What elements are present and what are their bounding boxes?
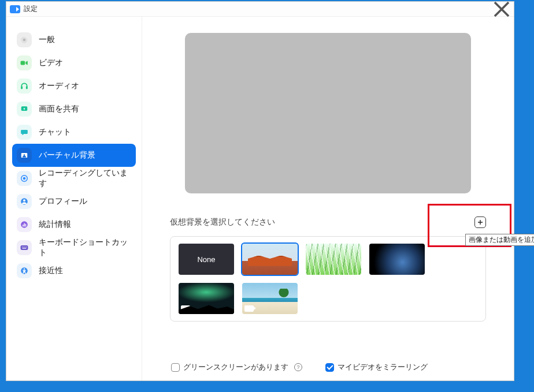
sidebar-item-recording[interactable]: レコーディングしています [6, 167, 142, 190]
chat-icon [17, 125, 32, 140]
add-background-button[interactable] [474, 216, 486, 228]
sidebar-item-statistics[interactable]: 統計情報 [6, 213, 142, 236]
svg-point-8 [23, 177, 26, 180]
sidebar-item-share[interactable]: 画面を共有 [6, 98, 142, 121]
sidebar-item-label: プロフィール [39, 196, 87, 207]
share-screen-icon [17, 102, 32, 117]
titlebar: 設定 [6, 2, 514, 17]
green-screen-checkbox[interactable]: グリーンスクリーンがあります ? [171, 362, 302, 372]
recording-icon [17, 171, 32, 186]
svg-rect-3 [26, 87, 28, 89]
video-badge-icon [244, 305, 254, 312]
svg-point-6 [24, 154, 25, 156]
choose-background-label: 仮想背景を選択してください [170, 217, 275, 227]
bg-thumb-grass[interactable] [306, 244, 361, 275]
bottom-options: グリーンスクリーンがあります ? マイビデオをミラーリング [170, 362, 486, 372]
bg-thumb-beach[interactable] [242, 283, 298, 314]
sidebar-item-label: 統計情報 [39, 219, 71, 230]
sidebar-item-label: チャット [39, 127, 71, 137]
virtual-background-icon [17, 148, 32, 163]
sidebar-item-audio[interactable]: オーディオ [6, 74, 142, 98]
help-icon[interactable]: ? [294, 363, 302, 371]
sidebar-item-label: レコーディングしています [39, 168, 131, 189]
sidebar-item-video[interactable]: ビデオ [6, 51, 142, 74]
sidebar-item-general[interactable]: 一般 [6, 28, 142, 51]
mirror-label: マイビデオをミラーリング [338, 362, 428, 372]
choose-background-row: 仮想背景を選択してください [170, 216, 486, 228]
svg-rect-16 [22, 247, 23, 247]
svg-rect-2 [21, 87, 23, 89]
svg-rect-17 [23, 247, 24, 247]
bg-thumb-earth[interactable] [369, 244, 425, 275]
sidebar-item-label: ビデオ [39, 58, 63, 68]
video-badge-icon [181, 305, 190, 312]
keyboard-icon [17, 240, 32, 255]
svg-rect-14 [25, 224, 26, 227]
stats-icon [17, 217, 32, 232]
video-icon [17, 55, 32, 70]
checkbox-checked-icon [325, 363, 334, 372]
svg-rect-13 [24, 223, 24, 227]
accessibility-icon [17, 263, 32, 278]
sidebar-item-label: オーディオ [39, 81, 79, 91]
main-panel: 仮想背景を選択してください None [142, 17, 514, 380]
plus-icon [477, 219, 483, 225]
svg-rect-19 [26, 247, 27, 247]
sidebar-item-label: バーチャル背景 [39, 150, 95, 160]
window-title: 設定 [24, 4, 38, 14]
sidebar-item-virtual-background[interactable]: バーチャル背景 [12, 144, 136, 167]
sidebar-item-label: 接近性 [39, 266, 63, 276]
close-icon [493, 1, 510, 18]
svg-rect-18 [25, 247, 25, 247]
headphones-icon [17, 79, 32, 94]
settings-window: 設定 一般 ビデオ オーディオ [6, 1, 514, 381]
add-background-tooltip: 画像または動画を追加 [465, 234, 534, 246]
bg-thumb-aurora[interactable] [179, 283, 234, 314]
svg-rect-12 [23, 225, 23, 227]
bg-none-label: None [197, 255, 215, 264]
video-preview [185, 33, 471, 193]
sidebar-item-chat[interactable]: チャット [6, 121, 142, 144]
sidebar-item-keyboard[interactable]: キーボードショートカット [6, 236, 142, 259]
content-area: 一般 ビデオ オーディオ 画面を共有 [6, 17, 514, 380]
sidebar-item-label: キーボードショートカット [39, 237, 131, 258]
sidebar-item-accessibility[interactable]: 接近性 [6, 259, 142, 282]
background-panel: None [170, 236, 486, 322]
mirror-checkbox[interactable]: マイビデオをミラーリング [325, 362, 428, 372]
svg-point-10 [23, 199, 25, 201]
bg-thumb-bridge[interactable] [242, 244, 298, 275]
svg-rect-1 [21, 61, 25, 65]
bg-thumb-none[interactable]: None [179, 244, 234, 275]
close-button[interactable] [493, 2, 510, 16]
svg-rect-20 [23, 248, 27, 249]
sidebar-item-label: 画面を共有 [39, 104, 79, 114]
profile-icon [17, 194, 32, 209]
gear-icon [17, 32, 32, 47]
sidebar-item-label: 一般 [39, 35, 55, 45]
zoom-icon [10, 5, 20, 13]
green-screen-label: グリーンスクリーンがあります [183, 362, 288, 372]
svg-point-22 [24, 268, 25, 270]
sidebar-item-profile[interactable]: プロフィール [6, 190, 142, 213]
sidebar: 一般 ビデオ オーディオ 画面を共有 [6, 17, 142, 380]
svg-rect-15 [21, 245, 28, 250]
checkbox-unchecked-icon [171, 363, 180, 372]
